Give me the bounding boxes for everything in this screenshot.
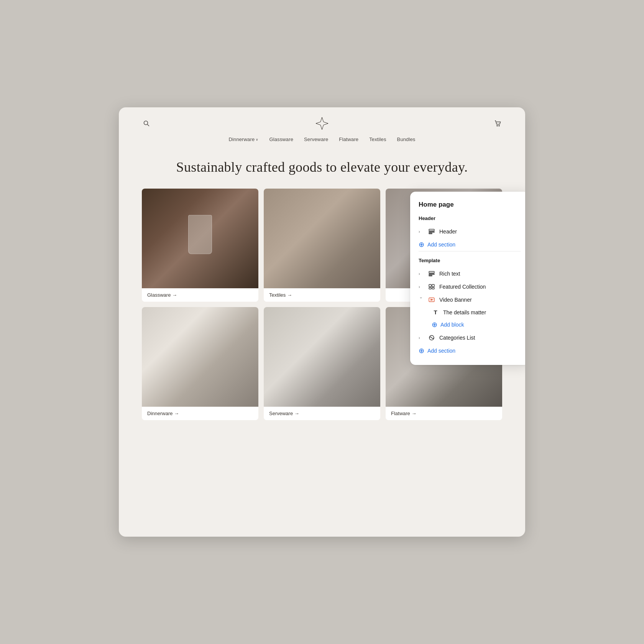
add-section-header-icon: ⊕ bbox=[419, 241, 424, 248]
categories-list-icon bbox=[428, 334, 435, 342]
main-frame: Dinnerware ∨ Glassware Serveware Flatwar… bbox=[119, 107, 525, 537]
svg-rect-8 bbox=[429, 274, 434, 274]
panel-featured-collection-item[interactable]: › Featured Collection bbox=[410, 280, 525, 293]
svg-point-0 bbox=[144, 121, 148, 125]
featured-collection-icon bbox=[428, 283, 435, 291]
panel-template-section-label: Template bbox=[410, 258, 525, 267]
svg-rect-6 bbox=[429, 233, 432, 234]
product-card-serveware[interactable]: Serveware → bbox=[264, 307, 380, 420]
hero-text: Sustainably crafted goods to elevate you… bbox=[119, 148, 525, 189]
product-label-dinnerware: Dinnerware → bbox=[142, 407, 258, 420]
cart-icon[interactable] bbox=[493, 119, 502, 128]
store-header bbox=[119, 107, 525, 135]
panel-header-item[interactable]: › Header bbox=[410, 225, 525, 238]
header-chevron-icon: › bbox=[419, 229, 424, 234]
svg-rect-10 bbox=[429, 284, 431, 287]
add-section-header-label: Add section bbox=[427, 242, 455, 248]
panel-header-section-label: Header bbox=[410, 215, 525, 225]
product-label-textiles: Textiles → bbox=[264, 288, 380, 302]
product-label-serveware: Serveware → bbox=[264, 407, 380, 420]
panel-divider-1 bbox=[419, 251, 521, 251]
store-logo bbox=[314, 116, 330, 131]
panel-video-banner-item[interactable]: › Video Banner bbox=[410, 293, 525, 306]
svg-line-1 bbox=[148, 125, 150, 127]
nav-glassware[interactable]: Glassware bbox=[269, 136, 293, 142]
video-banner-label: Video Banner bbox=[439, 297, 472, 303]
rich-text-chevron-icon: › bbox=[419, 271, 424, 276]
add-block-label: Add block bbox=[440, 322, 464, 328]
panel-details-matter-block[interactable]: T The details matter bbox=[410, 306, 525, 318]
product-label-glassware: Glassware → bbox=[142, 288, 258, 302]
add-block-icon: ⊕ bbox=[432, 320, 437, 329]
rich-text-sections-icon bbox=[428, 270, 435, 278]
product-image-textiles bbox=[264, 189, 380, 288]
add-section-template-icon: ⊕ bbox=[419, 347, 424, 354]
svg-rect-12 bbox=[429, 288, 431, 289]
product-image-glassware bbox=[142, 189, 258, 288]
video-banner-chevron-icon: › bbox=[419, 297, 424, 302]
product-card-dinnerware[interactable]: Dinnerware → bbox=[142, 307, 258, 420]
header-sections-icon bbox=[428, 228, 435, 235]
svg-rect-11 bbox=[432, 284, 434, 287]
video-banner-icon bbox=[428, 296, 435, 304]
featured-collection-chevron-icon: › bbox=[419, 284, 424, 289]
panel-add-section-header[interactable]: ⊕ Add section bbox=[410, 238, 525, 251]
panel-categories-list-item[interactable]: › Categories List bbox=[410, 331, 525, 344]
search-icon[interactable] bbox=[142, 119, 151, 128]
nav-flatware[interactable]: Flatware bbox=[339, 136, 358, 142]
panel-add-section-template[interactable]: ⊕ Add section bbox=[410, 344, 525, 357]
featured-collection-label: Featured Collection bbox=[439, 284, 486, 290]
product-card-textiles[interactable]: Textiles → bbox=[264, 189, 380, 302]
nav-bundles[interactable]: Bundles bbox=[397, 136, 416, 142]
store-nav: Dinnerware ∨ Glassware Serveware Flatwar… bbox=[119, 135, 525, 148]
svg-rect-5 bbox=[429, 232, 434, 232]
nav-serveware[interactable]: Serveware bbox=[304, 136, 328, 142]
svg-rect-9 bbox=[429, 275, 432, 276]
panel-add-block[interactable]: ⊕ Add block bbox=[410, 318, 525, 331]
header-item-label: Header bbox=[439, 228, 457, 235]
svg-rect-4 bbox=[429, 229, 434, 231]
right-panel: Home page Header › Header ⊕ Add section … bbox=[410, 192, 525, 365]
categories-list-label: Categories List bbox=[439, 335, 475, 341]
rich-text-label: Rich text bbox=[439, 271, 460, 277]
panel-rich-text-item[interactable]: › Rich text bbox=[410, 267, 525, 280]
svg-point-3 bbox=[499, 125, 499, 126]
text-block-icon: T bbox=[432, 309, 439, 315]
svg-rect-7 bbox=[429, 271, 434, 273]
panel-title: Home page bbox=[410, 201, 525, 215]
dinnerware-chevron-icon: ∨ bbox=[256, 138, 258, 141]
product-label-flatware: Flatware → bbox=[386, 407, 502, 420]
categories-list-chevron-icon: › bbox=[419, 335, 424, 340]
svg-point-2 bbox=[497, 125, 498, 126]
details-matter-label: The details matter bbox=[443, 309, 486, 315]
product-card-glassware[interactable]: Glassware → bbox=[142, 189, 258, 302]
nav-dinnerware[interactable]: Dinnerware ∨ bbox=[229, 136, 259, 142]
svg-rect-13 bbox=[432, 288, 434, 289]
nav-textiles[interactable]: Textiles bbox=[369, 136, 386, 142]
product-image-dinnerware bbox=[142, 307, 258, 407]
product-image-serveware bbox=[264, 307, 380, 407]
add-section-template-label: Add section bbox=[427, 348, 455, 354]
